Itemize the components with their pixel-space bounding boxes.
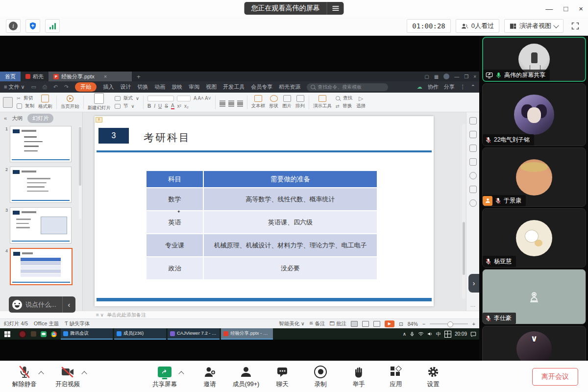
play-from-page-button[interactable]: 当页开始 <box>61 95 79 110</box>
taskbar-app-members[interactable]: 成员(236) <box>114 328 166 340</box>
chat-input-overlay[interactable]: 说点什么... ‹ <box>9 296 75 313</box>
fullscreen-button[interactable] <box>568 20 582 32</box>
tray-volume-icon[interactable] <box>427 331 433 337</box>
slide-thumbnail-1[interactable] <box>10 126 72 162</box>
wps-search-box[interactable]: 查找命令、搜索模板 <box>307 83 388 91</box>
taskbar-app-cajviewer[interactable]: CAJViewer 7.2 - [演... <box>168 328 220 340</box>
leave-meeting-button[interactable]: 离开会议 <box>532 368 578 386</box>
participant-tile-sharing[interactable]: 高伟的屏幕共享 <box>482 37 586 82</box>
emoji-icon[interactable] <box>12 300 22 310</box>
wps-tab-home[interactable]: 首页 <box>0 72 21 81</box>
slide-thumbnail-2[interactable] <box>10 167 72 203</box>
redo-icon[interactable]: ↷ <box>64 84 69 90</box>
tray-clock[interactable]: 20:09 <box>455 331 467 337</box>
participant-tile-partial[interactable]: ∨ <box>482 326 586 361</box>
close-button[interactable]: × <box>579 5 583 12</box>
ime-grid-icon[interactable] <box>444 331 451 338</box>
meeting-info-button[interactable]: i <box>6 19 21 33</box>
tray-wifi-icon[interactable] <box>418 332 424 337</box>
viewers-button[interactable]: 0人看过 <box>456 19 499 33</box>
chat-placeholder[interactable]: 说点什么... <box>25 300 62 309</box>
props-icon[interactable] <box>469 117 477 124</box>
wechat-icon[interactable] <box>41 331 47 337</box>
picture-button[interactable]: 图片 <box>282 95 292 109</box>
minimize-button[interactable]: — <box>545 5 553 12</box>
reading-view-icon[interactable] <box>373 321 380 327</box>
replace-button[interactable]: ⇄替换 <box>336 103 352 109</box>
wps-tab-document[interactable]: P 经验分享.pptx × <box>49 72 132 81</box>
mic-options-caret[interactable] <box>38 371 44 376</box>
splitter-handle[interactable]: ‖ <box>96 117 102 122</box>
cloud-sync-icon[interactable]: ☁ <box>417 84 422 90</box>
cut-button[interactable]: ✂剪切 <box>17 95 34 101</box>
menu-start-tab[interactable]: 开始 <box>75 82 97 92</box>
zoom-percent[interactable]: 84% <box>408 321 418 327</box>
shapes-button[interactable]: 形状 <box>269 95 278 109</box>
help-icon[interactable] <box>469 172 477 179</box>
resource-icon[interactable] <box>469 186 477 193</box>
quick-print-icon[interactable]: ⎙ <box>43 84 47 90</box>
textbox-button[interactable]: 文本框 <box>251 95 266 109</box>
menu-member-tab[interactable]: 会员专享 <box>251 83 272 91</box>
menu-view-tab[interactable]: 视图 <box>206 83 217 91</box>
taskbar-app-wps[interactable]: 经验分享.pptx - WP... <box>221 328 273 340</box>
beautify-button[interactable]: 智能美化 ∨ <box>279 320 305 327</box>
strikethrough-button[interactable]: S <box>165 103 168 109</box>
tab-slides[interactable]: 幻灯片 <box>27 114 53 123</box>
new-tab-button[interactable]: + <box>132 72 146 81</box>
sidebar-expand-toggle[interactable]: › <box>468 274 479 293</box>
undo-icon[interactable]: ↶ <box>53 84 58 90</box>
canvas-scrollbar[interactable] <box>462 124 466 299</box>
tray-app-icon[interactable] <box>31 331 36 337</box>
share-button[interactable]: 分享 <box>444 83 455 91</box>
bold-button[interactable]: B <box>147 103 151 109</box>
participant-tile-video[interactable]: 李仕豪 <box>482 269 586 324</box>
security-button[interactable] <box>25 19 40 33</box>
share-screen-button[interactable]: 共享屏幕 <box>150 365 179 389</box>
participant-tile[interactable]: 杨亚慧 <box>482 208 586 268</box>
menu-review-tab[interactable]: 审阅 <box>189 83 199 91</box>
maximize-button[interactable]: □ <box>564 5 568 12</box>
start-video-button[interactable]: 开启视频 <box>53 365 82 389</box>
subscript-button[interactable]: x₂ <box>184 103 189 109</box>
paste-button[interactable] <box>3 97 13 108</box>
wps-close-button[interactable]: × <box>473 74 476 79</box>
zoom-in-button[interactable]: + <box>472 321 475 327</box>
members-button[interactable]: 成员(99+) <box>231 365 261 389</box>
scroll-down-chevron-icon[interactable]: ∨ <box>531 333 538 344</box>
menu-docer-tab[interactable]: 稻壳资源 <box>279 83 300 91</box>
collapse-ribbon-icon[interactable]: ⌃ <box>471 84 475 90</box>
font-color-button[interactable]: A <box>171 103 174 109</box>
slide-thumbnail-3[interactable] <box>10 207 72 244</box>
quick-save-icon[interactable]: ▭ <box>31 84 36 90</box>
menu-file[interactable]: ≡ 文件 ∨ <box>4 83 25 91</box>
font-size-box[interactable] <box>177 96 191 101</box>
collapse-chat-button[interactable]: ‹ <box>62 296 75 313</box>
number-list-icon[interactable] <box>228 100 234 101</box>
arrange-button[interactable]: 排列 <box>295 95 305 109</box>
fit-slide-icon[interactable]: ⊡ <box>399 321 403 327</box>
wps-layout-icon[interactable]: ▢ <box>424 74 429 79</box>
video-options-caret[interactable] <box>81 371 87 376</box>
new-slide-button[interactable]: 新建幻灯片 <box>88 93 111 111</box>
menu-devtools-tab[interactable]: 开发工具 <box>223 83 245 91</box>
align-left-icon[interactable] <box>220 103 225 104</box>
zoom-slider[interactable] <box>430 323 468 324</box>
chat-button[interactable]: 聊天 <box>268 365 297 389</box>
network-status-button[interactable] <box>45 19 60 33</box>
wps-tab-docer[interactable]: 稻壳 <box>21 72 49 81</box>
bullet-list-icon[interactable] <box>220 100 225 101</box>
current-slide[interactable]: ‖ 3 考研科目 科目 需要做的准备 数学 高等数学、线性代数、概率统计 英语 … <box>95 116 434 306</box>
record-button[interactable]: 录制 <box>306 365 335 389</box>
notification-icon[interactable] <box>470 331 476 337</box>
ime-lang-indicator[interactable]: 中 <box>436 331 441 338</box>
apps-button[interactable]: 应用 <box>381 365 411 389</box>
align-center-icon[interactable] <box>228 103 234 104</box>
raise-hand-button[interactable]: 举手 <box>344 365 373 389</box>
panel-scrollbar[interactable] <box>79 126 81 219</box>
slide-thumbnail-4-selected[interactable] <box>10 248 73 285</box>
italic-button[interactable]: I <box>154 103 155 109</box>
participant-tile[interactable]: 于景康 <box>482 147 586 207</box>
share-options-caret[interactable] <box>178 371 184 376</box>
tray-mic-icon[interactable] <box>410 331 415 337</box>
